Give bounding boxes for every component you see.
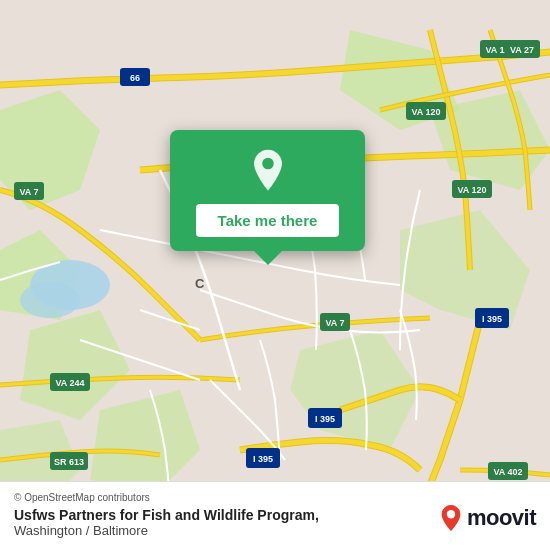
svg-text:SR 613: SR 613 <box>54 457 84 467</box>
svg-text:VA 402: VA 402 <box>493 467 522 477</box>
take-me-there-button[interactable]: Take me there <box>196 204 340 237</box>
moovit-brand-text: moovit <box>467 505 536 531</box>
svg-text:VA 120: VA 120 <box>457 185 486 195</box>
map-container: 66 US 50 US 50 VA 7 VA 120 VA 120 VA 120… <box>0 0 550 550</box>
moovit-logo: moovit <box>439 504 536 532</box>
svg-point-43 <box>447 510 455 518</box>
location-popup: Take me there <box>170 130 365 251</box>
location-title: Usfws Partners for Fish and Wildlife Pro… <box>14 507 319 523</box>
svg-marker-2 <box>20 310 130 420</box>
svg-text:I 395: I 395 <box>253 454 273 464</box>
svg-text:66: 66 <box>130 73 140 83</box>
location-subtitle: Washington / Baltimore <box>14 523 319 538</box>
svg-text:VA 120: VA 120 <box>411 107 440 117</box>
svg-text:VA 7: VA 7 <box>325 318 344 328</box>
svg-text:I 395: I 395 <box>482 314 502 324</box>
info-bar: © OpenStreetMap contributors Usfws Partn… <box>0 481 550 550</box>
svg-text:VA 27: VA 27 <box>510 45 534 55</box>
map-background: 66 US 50 US 50 VA 7 VA 120 VA 120 VA 120… <box>0 0 550 550</box>
svg-marker-7 <box>90 390 200 490</box>
location-pin-icon <box>245 148 291 194</box>
svg-text:C: C <box>195 276 205 291</box>
osm-credit: © OpenStreetMap contributors <box>14 492 536 503</box>
svg-text:I 395: I 395 <box>315 414 335 424</box>
svg-text:VA 7: VA 7 <box>19 187 38 197</box>
svg-text:VA 244: VA 244 <box>55 378 84 388</box>
svg-point-10 <box>20 282 80 318</box>
svg-point-42 <box>262 158 274 170</box>
moovit-pin-icon <box>439 504 463 532</box>
